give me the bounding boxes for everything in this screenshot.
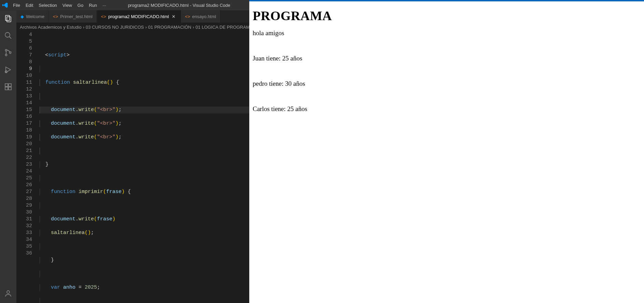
editor-area: ◆ Welcome <> Primer_test.html <> program… — [16, 10, 249, 303]
menu-file[interactable]: File — [10, 3, 23, 8]
tab-label: Welcome — [26, 14, 44, 19]
tab-label: Primer_test.html — [60, 14, 93, 19]
source-control-icon[interactable] — [3, 48, 13, 57]
chevron-right-icon: › — [193, 25, 194, 30]
breadcrumb[interactable]: Archivos Academicos y Estudio› 03 CURSOS… — [16, 23, 249, 31]
output-line: Juan tiene: 25 años — [253, 55, 641, 62]
tab-primer-test[interactable]: <> Primer_test.html — [49, 10, 97, 23]
html-file-icon: <> — [53, 14, 58, 19]
editor-tabs: ◆ Welcome <> Primer_test.html <> program… — [16, 10, 249, 23]
breadcrumb-item[interactable]: 03 CURSOS NO JURIDICOS — [86, 25, 144, 30]
breadcrumb-item[interactable]: Archivos Academicos y Estudio — [20, 25, 82, 30]
run-debug-icon[interactable] — [3, 65, 13, 74]
page-heading: PROGRAMA — [253, 8, 641, 23]
menu-go[interactable]: Go — [75, 3, 86, 8]
activity-bar — [0, 10, 16, 303]
close-icon[interactable]: ✕ — [171, 14, 177, 19]
html-file-icon: <> — [101, 14, 106, 19]
svg-point-7 — [5, 71, 7, 73]
vscode-logo-icon — [0, 2, 10, 8]
svg-point-12 — [7, 291, 10, 293]
output-line: Carlos tiene: 25 años — [253, 105, 641, 113]
vscode-icon: ◆ — [20, 14, 24, 19]
svg-rect-0 — [5, 15, 10, 20]
menu-view[interactable]: View — [60, 3, 75, 8]
menu-more[interactable]: ··· — [100, 3, 109, 8]
vscode-window: File Edit Selection View Go Run ··· prog… — [0, 0, 249, 303]
tab-welcome[interactable]: ◆ Welcome — [16, 10, 49, 23]
svg-rect-9 — [9, 84, 11, 86]
breadcrumb-item[interactable]: 01 LOGICA DE PROGRAMACIO — [196, 25, 249, 30]
svg-point-2 — [5, 32, 10, 37]
svg-rect-11 — [9, 87, 11, 90]
search-icon[interactable] — [3, 31, 13, 40]
svg-rect-1 — [7, 17, 11, 22]
menu-run[interactable]: Run — [86, 3, 100, 8]
browser-preview: PROGRAMA hola amigos Juan tiene: 25 años… — [249, 0, 644, 303]
code-lines[interactable]: <script> function saltarlinea() { docume… — [38, 31, 249, 303]
window-title: programa2 MODIFICADO.html - Visual Studi… — [109, 3, 249, 8]
explorer-icon[interactable] — [3, 14, 13, 23]
line-number-gutter: 4567891011121314151617181920212223242526… — [16, 31, 38, 303]
output-line: pedro tiene: 30 años — [253, 80, 641, 87]
breadcrumb-item[interactable]: 01 PROGRAMACIÓN — [148, 25, 191, 30]
menubar: File Edit Selection View Go Run ··· prog… — [0, 0, 249, 10]
chevron-right-icon: › — [145, 25, 146, 30]
menu-edit[interactable]: Edit — [23, 3, 36, 8]
code-editor[interactable]: 4567891011121314151617181920212223242526… — [16, 31, 249, 303]
extensions-icon[interactable] — [3, 82, 13, 92]
output-line: hola amigos — [253, 29, 641, 37]
tab-label: programa2 MODIFICADO.html — [108, 14, 169, 19]
chevron-right-icon: › — [83, 25, 84, 30]
svg-point-4 — [5, 50, 7, 51]
html-file-icon: <> — [185, 14, 190, 19]
svg-rect-10 — [5, 87, 8, 90]
svg-line-3 — [9, 37, 11, 39]
accounts-icon[interactable] — [3, 289, 13, 298]
tab-ensayo[interactable]: <> ensayo.html — [181, 10, 221, 23]
svg-point-5 — [5, 54, 7, 56]
svg-rect-8 — [5, 84, 8, 86]
tab-programa2[interactable]: <> programa2 MODIFICADO.html ✕ — [97, 10, 181, 23]
svg-point-6 — [10, 52, 11, 54]
page-content: PROGRAMA hola amigos Juan tiene: 25 años… — [249, 1, 644, 303]
menu-selection[interactable]: Selection — [36, 3, 59, 8]
tab-label: ensayo.html — [192, 14, 216, 19]
